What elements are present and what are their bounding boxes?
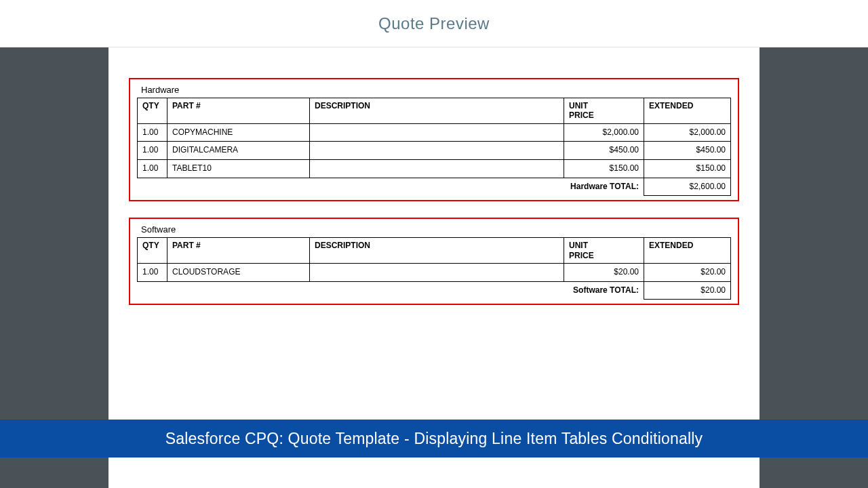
- col-desc: DESCRIPTION: [310, 98, 564, 124]
- page-header: Quote Preview: [0, 0, 868, 47]
- total-value: $2,600.00: [644, 178, 731, 196]
- table-row: 1.00 CLOUDSTORAGE $20.00 $20.00: [138, 263, 731, 281]
- col-qty: QTY: [138, 238, 167, 264]
- section-software: Software QTY PART # DESCRIPTION UNITPRIC…: [129, 218, 739, 305]
- caption-text: Salesforce CPQ: Quote Template - Display…: [165, 430, 703, 448]
- total-row: Software TOTAL: $20.00: [138, 281, 731, 300]
- table-header-row: QTY PART # DESCRIPTION UNITPRICE EXTENDE…: [138, 238, 731, 264]
- total-label: Software TOTAL:: [138, 281, 644, 300]
- caption-banner: Salesforce CPQ: Quote Template - Display…: [0, 420, 868, 458]
- table-row: 1.00 COPYMACHINE $2,000.00 $2,000.00: [138, 123, 731, 142]
- table-row: 1.00 TABLET10 $150.00 $150.00: [138, 159, 731, 178]
- col-ext: EXTENDED: [644, 98, 731, 124]
- col-ext: EXTENDED: [644, 238, 731, 264]
- section-title: Software: [137, 224, 731, 235]
- page-title: Quote Preview: [378, 14, 490, 33]
- line-items-table: QTY PART # DESCRIPTION UNITPRICE EXTENDE…: [137, 237, 731, 300]
- line-items-table: QTY PART # DESCRIPTION UNITPRICE EXTENDE…: [137, 98, 731, 196]
- col-qty: QTY: [138, 98, 167, 124]
- section-hardware: Hardware QTY PART # DESCRIPTION UNITPRIC…: [129, 78, 739, 201]
- col-desc: DESCRIPTION: [310, 238, 564, 264]
- col-unit: UNITPRICE: [564, 238, 644, 264]
- table-row: 1.00 DIGITALCAMERA $450.00 $450.00: [138, 142, 731, 160]
- total-row: Hardware TOTAL: $2,600.00: [138, 178, 731, 196]
- section-title: Hardware: [137, 85, 731, 95]
- total-value: $20.00: [644, 281, 731, 300]
- table-header-row: QTY PART # DESCRIPTION UNITPRICE EXTENDE…: [138, 98, 731, 124]
- col-part: PART #: [167, 98, 310, 124]
- col-part: PART #: [167, 238, 310, 264]
- col-unit: UNITPRICE: [564, 98, 644, 124]
- total-label: Hardware TOTAL:: [138, 178, 644, 196]
